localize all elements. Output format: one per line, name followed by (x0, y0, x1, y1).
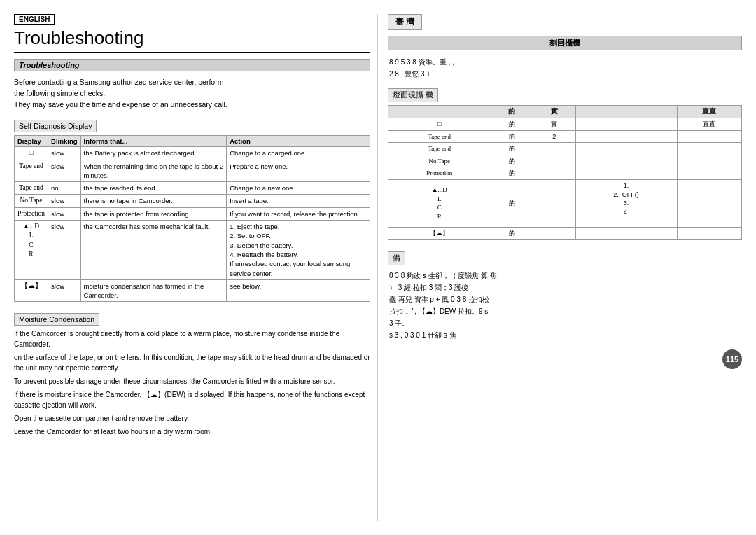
cn-moisture-line: 3 子。 (389, 317, 741, 329)
cn-th-3: 實 (533, 106, 576, 118)
cn-th-5: 直直 (677, 106, 741, 118)
cn-th-1 (388, 106, 491, 118)
th-action: Action (227, 136, 370, 147)
moisture-text: If the Camcorder is brought directly fro… (14, 328, 370, 437)
cn-intro-line-2: 2 8 , 豐您 3 + (389, 68, 741, 80)
moisture-header: Moisture Condensation (14, 313, 99, 326)
cn-table-row: No Tape的 (388, 155, 742, 167)
table-row: □slowthe Battery pack is almost discharg… (15, 147, 370, 160)
self-diag-header: Self Diagnosis Display (14, 120, 97, 132)
cn-table-row: Protection的 (388, 167, 742, 180)
right-section-header: 刻回攝機 (388, 36, 742, 50)
diagnosis-table: Display Blinking Informs that... Action … (14, 135, 370, 302)
cn-th-4 (575, 106, 677, 118)
table-row: Protectionslowthe tape is protected from… (15, 207, 370, 220)
moisture-paragraph: Open the cassette compartment and remove… (14, 413, 370, 424)
cn-th-2: 的 (491, 106, 533, 118)
cn-moisture-line: ） 3 經 拉扣 3 悶；3 護後 (389, 282, 741, 293)
cn-table-row: Tape end的 (388, 143, 742, 155)
th-display: Display (15, 136, 48, 147)
page-num-area: 115 (388, 349, 742, 369)
th-blinking: Blinking (48, 136, 80, 147)
cn-diagnosis-table: 的 實 直直 □的實直直Tape end的2Tape end的No Tape的P… (388, 105, 742, 240)
page-title: Troubleshooting (14, 27, 370, 53)
moisture-paragraph: If the Camcorder is brought directly fro… (14, 328, 370, 349)
moisture-paragraph: Leave the Camcorder for at least two hou… (14, 426, 370, 437)
cn-moisture-line: 蠢 再兒 資準 p + 風 0 3 8 拉扣松 (389, 293, 741, 305)
cn-table-row: □的實直直 (388, 118, 742, 131)
right-top-header: 臺 灣 (388, 14, 422, 30)
cn-table-row: Tape end的2 (388, 130, 742, 143)
left-column: ENGLISH Troubleshooting Troubleshooting … (14, 14, 378, 521)
moisture-paragraph: To prevent possible damage under these c… (14, 376, 370, 387)
moisture-paragraph: on the surface of the tape, or on the le… (14, 352, 370, 373)
table-row: ▲...D L C Rslowthe Camcorder has some me… (15, 221, 370, 280)
cn-moisture-text: 0 3 8 夠改 s 生卻；（ 度戀焦 算 焦） 3 經 拉扣 3 悶；3 護後… (388, 268, 742, 342)
cn-intro: 8 9 5 3 8 資準。重 , , 2 8 , 豐您 3 + (388, 55, 742, 81)
table-row: 【☁】slowmoisture condensation has formed … (15, 279, 370, 302)
cn-moisture-line: 0 3 8 夠改 s 生卻；（ 度戀焦 算 焦 (389, 270, 741, 282)
cn-intro-line-1: 8 9 5 3 8 資準。重 , , (389, 56, 741, 68)
intro-line-1: Before contacting a Samsung authorized s… (14, 77, 370, 88)
cn-table-row: 【☁】的 (388, 227, 742, 239)
cn-moisture-line: s 3 , 0 3 0 1 仕卻 s 焦 (389, 329, 741, 341)
table-row: Tape endnothe tape reached its end.Chang… (15, 182, 370, 195)
intro-line-3: They may save you the time and expense o… (14, 99, 370, 111)
page-number: 115 (722, 349, 742, 369)
intro-line-2: the following simple checks. (14, 88, 370, 99)
english-badge: ENGLISH (14, 14, 55, 25)
th-informs: Informs that... (80, 136, 227, 147)
intro-text: Before contacting a Samsung authorized s… (14, 74, 370, 113)
right-column: 臺 灣 刻回攝機 8 9 5 3 8 資準。重 , , 2 8 , 豐您 3 +… (385, 14, 742, 521)
moisture-paragraph: If there is moisture inside the Camcorde… (14, 389, 370, 410)
table-row: Tape endslowWhen the remaining time on t… (15, 160, 370, 182)
cn-moisture-line: 拉扣 。", 【☁】DEW 拉扣。9 s (389, 305, 741, 317)
table-row: No Tapeslowthere is no tape in Camcorder… (15, 195, 370, 207)
page: ENGLISH Troubleshooting Troubleshooting … (0, 0, 756, 535)
cn-table-row: ▲...D L C R的1. 2. OFF() 3. 4. , (388, 179, 742, 227)
cn-moisture-header: 備 (388, 251, 405, 265)
cn-diag-header: 燈面現攝 機 (388, 88, 438, 102)
section-header-troubleshooting: Troubleshooting (14, 59, 370, 71)
